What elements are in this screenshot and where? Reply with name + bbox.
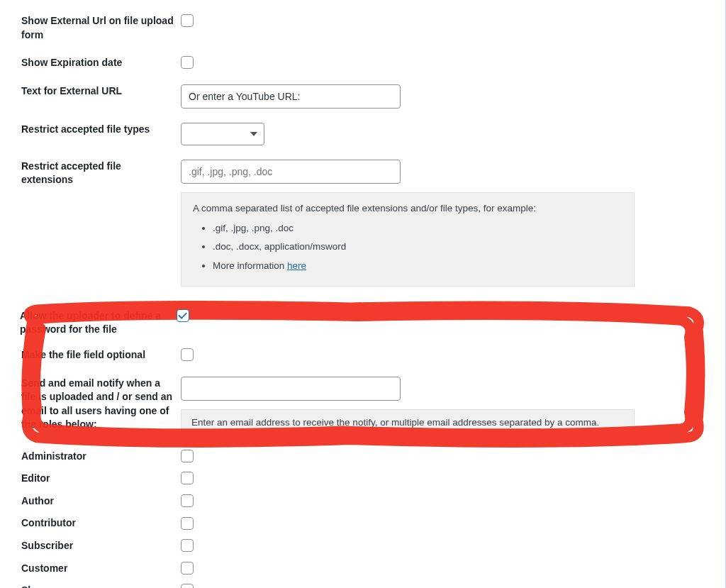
checkbox-show-external-url[interactable]	[181, 14, 194, 27]
input-restrict-extensions[interactable]	[181, 160, 401, 184]
checkbox-show-expiration[interactable]	[181, 56, 194, 69]
roles-section: AdministratorEditorAuthorContributorSubs…	[21, 450, 705, 588]
row-role: Author	[21, 494, 705, 509]
checkbox-role[interactable]	[181, 539, 194, 552]
label-role: Author	[21, 494, 174, 509]
row-role: Shop manager	[21, 584, 705, 588]
label-role: Subscriber	[21, 539, 174, 553]
input-email-notify[interactable]	[181, 377, 401, 401]
row-role: Contributor	[21, 516, 705, 531]
label-file-optional: Make the file field optional	[21, 348, 174, 362]
select-restrict-types[interactable]	[181, 123, 264, 145]
checkbox-allow-password[interactable]	[177, 309, 189, 322]
settings-form: Show External Url on file upload form Sh…	[21, 14, 705, 588]
row-email-notify: Send and email notify when a file is upl…	[21, 377, 705, 436]
checkbox-file-optional[interactable]	[181, 348, 194, 361]
hint-item: More information here	[213, 259, 622, 273]
checkbox-role[interactable]	[181, 472, 194, 484]
label-role: Editor	[21, 472, 174, 486]
hint-email-notify: Enter an email address to receive the no…	[181, 409, 635, 436]
row-role: Subscriber	[21, 539, 705, 553]
label-role: Customer	[21, 562, 174, 576]
row-role: Editor	[21, 472, 705, 486]
label-restrict-types: Restrict accepted file types	[21, 123, 174, 137]
row-allow-password: Allow the uploader to define a password …	[17, 301, 705, 345]
label-text-external-url: Text for External URL	[21, 84, 174, 99]
link-more-info[interactable]: here	[287, 260, 306, 271]
row-restrict-extensions: Restrict accepted file extensions A comm…	[21, 160, 705, 287]
checkbox-role[interactable]	[181, 494, 194, 507]
row-show-external-url: Show External Url on file upload form	[21, 14, 705, 42]
label-show-external-url: Show External Url on file upload form	[21, 14, 174, 42]
checkbox-role[interactable]	[181, 517, 194, 530]
row-show-expiration: Show Expiration date	[21, 56, 705, 70]
hint-item: .doc, .docx, application/msword	[213, 240, 622, 254]
label-show-expiration: Show Expiration date	[21, 56, 174, 70]
row-role: Customer	[21, 562, 705, 576]
checkbox-role[interactable]	[181, 562, 194, 575]
row-text-external-url: Text for External URL	[21, 84, 705, 109]
label-role: Administrator	[21, 450, 174, 464]
hint-lead: A comma separated list of accepted file …	[193, 203, 536, 213]
checkbox-role[interactable]	[181, 450, 194, 462]
row-restrict-types: Restrict accepted file types	[21, 123, 705, 145]
label-email-notify: Send and email notify when a file is upl…	[21, 377, 174, 432]
row-role: Administrator	[21, 450, 705, 464]
label-restrict-extensions: Restrict accepted file extensions	[21, 160, 174, 187]
checkbox-role[interactable]	[181, 584, 194, 588]
row-file-optional: Make the file field optional	[21, 348, 705, 362]
label-allow-password: Allow the uploader to define a password …	[20, 309, 169, 337]
input-text-external-url[interactable]	[181, 84, 401, 109]
hint-restrict-extensions: A comma separated list of accepted file …	[181, 192, 635, 287]
label-role: Contributor	[21, 516, 174, 531]
hint-item: .gif, .jpg, .png, .doc	[213, 221, 622, 235]
label-role: Shop manager	[21, 584, 174, 588]
